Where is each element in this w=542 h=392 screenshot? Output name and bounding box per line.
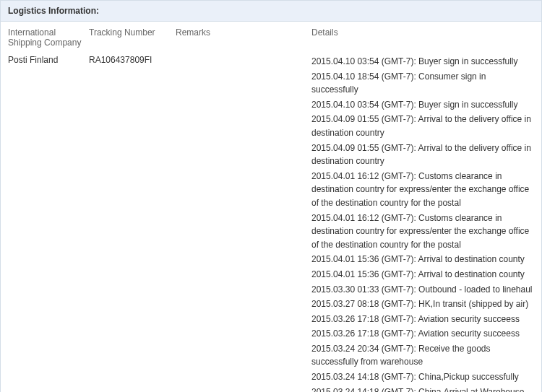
tracking-event-text: 2015.03.24 14:18 (GMT-7): China,Pickup s… — [311, 372, 519, 382]
tracking-event-text: 2015.04.09 01:55 (GMT-7): Arrival to the… — [311, 114, 531, 138]
tracking-event: 2015.03.26 17:18 (GMT-7): Aviation secur… — [311, 327, 534, 341]
cell-company: Posti Finland — [8, 55, 89, 392]
tracking-event: 2015.04.09 01:55 (GMT-7): Arrival to the… — [311, 113, 534, 139]
tracking-event: 2015.04.10 03:54 (GMT-7): Buyer sign in … — [311, 55, 534, 69]
tracking-event-text: 2015.04.09 01:55 (GMT-7): Arrival to the… — [311, 143, 531, 167]
tracking-event-text: 2015.03.27 08:18 (GMT-7): HK,In transit … — [311, 299, 528, 309]
tracking-event-text: 2015.04.01 15:36 (GMT-7): Arrival to des… — [311, 254, 525, 264]
tracking-event-text: 2015.03.30 01:33 (GMT-7): Outbound - loa… — [311, 284, 533, 295]
tracking-event: 2015.04.09 01:55 (GMT-7): Arrival to the… — [311, 141, 534, 168]
tracking-event-text: 2015.03.26 17:18 (GMT-7): Aviation secur… — [311, 328, 520, 339]
tracking-event: 2015.04.01 15:36 (GMT-7): Arrival to des… — [311, 253, 534, 266]
tracking-event: 2015.04.10 03:54 (GMT-7): Buyer sign in … — [311, 98, 534, 112]
tracking-event-text: 2015.04.01 16:12 (GMT-7): Customs cleara… — [311, 213, 529, 250]
tracking-event: 2015.03.24 14:18 (GMT-7): China,Pickup s… — [311, 370, 534, 384]
cell-remarks — [176, 55, 311, 392]
tracking-event: 2015.03.30 01:33 (GMT-7): Outbound - loa… — [311, 283, 534, 297]
tracking-event: 2015.03.24 20:34 (GMT-7): Receive the go… — [311, 342, 534, 369]
header-company: International Shipping Company — [8, 27, 89, 48]
tracking-event: 2015.03.27 08:18 (GMT-7): HK,In transit … — [311, 297, 534, 311]
header-remarks: Remarks — [176, 27, 311, 48]
tracking-event: 2015.04.10 18:54 (GMT-7): Consumer sign … — [311, 70, 534, 97]
tracking-event-text: 2015.04.01 16:12 (GMT-7): Customs cleara… — [311, 171, 529, 208]
tracking-event: 2015.04.01 15:36 (GMT-7): Arrival to des… — [311, 268, 534, 282]
tracking-event-text: 2015.04.10 18:54 (GMT-7): Consumer sign … — [311, 71, 486, 95]
table-row: Posti Finland RA106437809FI 2015.04.10 0… — [1, 55, 541, 392]
tracking-event: 2015.03.24 14:18 (GMT-7): China,Arrival … — [311, 386, 534, 392]
tracking-event-text: 2015.03.24 20:34 (GMT-7): Receive the go… — [311, 344, 490, 367]
cell-details: 2015.04.10 03:54 (GMT-7): Buyer sign in … — [311, 55, 534, 392]
tracking-event-text: 2015.04.01 15:36 (GMT-7): Arrival to des… — [311, 269, 525, 279]
tracking-event: 2015.04.01 16:12 (GMT-7): Customs cleara… — [311, 170, 534, 210]
cell-tracking: RA106437809FI — [89, 55, 176, 392]
tracking-event-text: 2015.03.24 14:18 (GMT-7): China,Arrival … — [311, 387, 524, 392]
tracking-event: 2015.04.01 16:12 (GMT-7): Customs cleara… — [311, 212, 534, 252]
tracking-event-text: 2015.03.26 17:18 (GMT-7): Aviation secur… — [311, 314, 520, 324]
tracking-event-text: 2015.04.10 03:54 (GMT-7): Buyer sign in … — [311, 56, 517, 66]
logistics-panel: Logistics Information: International Shi… — [0, 0, 542, 392]
tracking-event: 2015.03.26 17:18 (GMT-7): Aviation secur… — [311, 313, 534, 326]
table-header-row: International Shipping Company Tracking … — [1, 22, 541, 55]
header-details: Details — [311, 27, 534, 48]
tracking-event-text: 2015.04.10 03:54 (GMT-7): Buyer sign in … — [311, 100, 517, 110]
header-tracking: Tracking Number — [89, 27, 176, 48]
panel-title: Logistics Information: — [1, 1, 541, 22]
